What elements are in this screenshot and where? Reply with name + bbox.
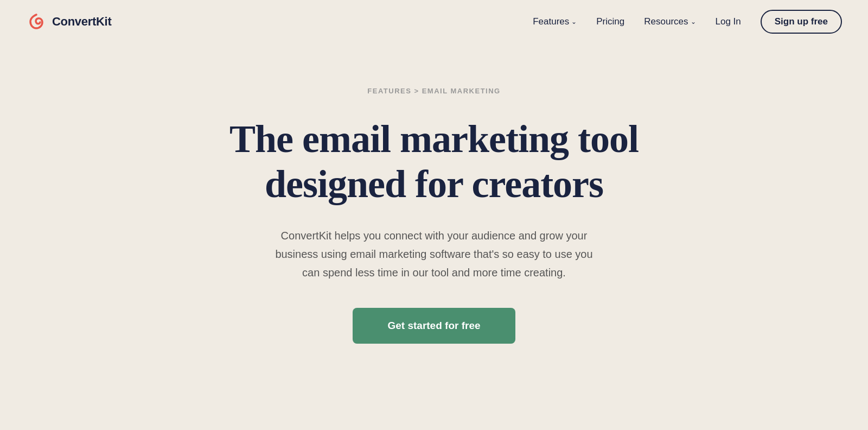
hero-section: FEATURES > EMAIL MARKETING The email mar… [0,43,868,376]
logo-icon [26,11,47,32]
resources-nav-link[interactable]: Resources ⌄ [644,16,695,27]
nav-links: Features ⌄ Pricing Resources ⌄ Log In Si… [533,10,842,34]
signup-button[interactable]: Sign up free [761,10,842,34]
breadcrumb: FEATURES > EMAIL MARKETING [367,87,500,95]
navbar: ConvertKit Features ⌄ Pricing Resources … [0,0,868,43]
hero-title: The email marketing tool designed for cr… [201,117,667,207]
cta-button[interactable]: Get started for free [353,308,515,344]
logo-text: ConvertKit [52,15,111,29]
login-button[interactable]: Log In [716,16,741,27]
pricing-nav-link[interactable]: Pricing [596,16,624,27]
logo-link[interactable]: ConvertKit [26,11,111,32]
features-chevron-icon: ⌄ [571,18,577,26]
hero-subtitle: ConvertKit helps you connect with your a… [266,226,602,282]
features-nav-link[interactable]: Features ⌄ [533,16,577,27]
resources-chevron-icon: ⌄ [691,18,696,26]
